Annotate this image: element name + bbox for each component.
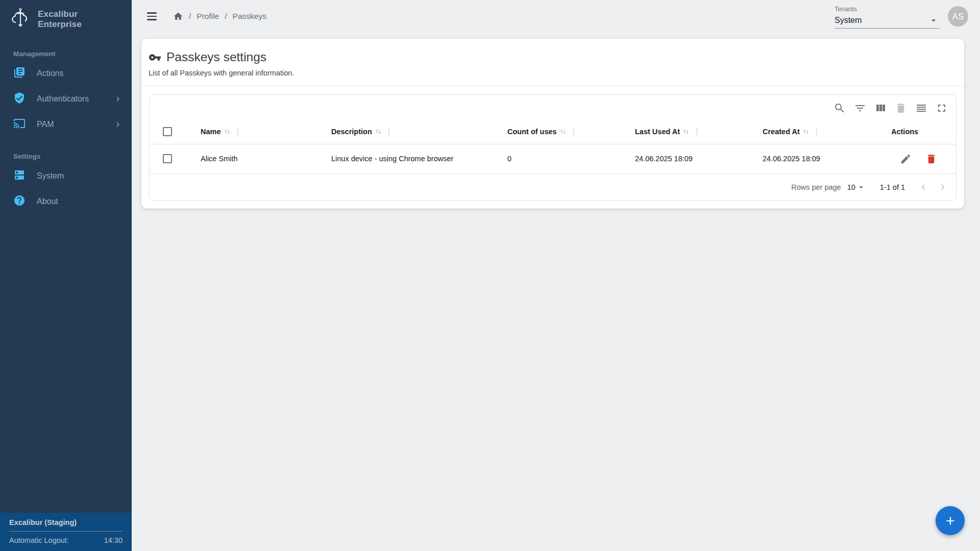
prev-page-button[interactable] [917,181,929,193]
chevron-right-icon [113,94,122,104]
chevron-left-icon [918,182,929,193]
cell-count-of-uses: 0 [499,144,627,173]
sidebar-item-authenticators[interactable]: Authenticators [0,86,132,112]
library-books-icon [13,66,26,81]
help-icon [13,194,26,209]
select-all-checkbox[interactable] [163,127,172,136]
table-toolbar [150,95,956,119]
columns-icon [874,102,887,114]
chevron-right-icon [937,182,948,193]
dropdown-arrow-icon [856,183,866,192]
page-subtitle: List of all Passkeys with general inform… [149,69,956,77]
passkeys-table: Name Description [150,119,956,174]
trash-icon [895,102,907,114]
sidebar-item-label: Actions [37,69,63,78]
column-header-last-used-at[interactable]: Last Used At [627,119,754,144]
card-divider [141,86,964,86]
row-checkbox[interactable] [163,154,172,163]
dropdown-arrow-icon [928,15,939,26]
search-icon [834,102,846,114]
topbar: / Profile / Passkeys Tenants System AS [132,0,980,33]
breadcrumb-separator: / [189,12,191,21]
edit-icon [900,153,912,165]
table-container: Name Description [149,94,957,201]
nav-section-settings: Settings [0,137,132,163]
fullscreen-icon [936,102,948,114]
cast-icon [13,117,26,132]
chevron-right-icon [113,120,122,129]
table-row: Alice Smith Linux device - using Chrome … [150,144,956,173]
app-logo: Excalibur Enterprise [0,0,132,37]
density-button[interactable] [915,102,927,114]
home-icon[interactable] [173,11,183,21]
trash-icon [925,153,937,165]
passkeys-card: Passkeys settings List of all Passkeys w… [141,39,964,209]
sort-icon[interactable] [374,127,383,136]
table-header-row: Name Description [150,119,956,144]
column-header-description[interactable]: Description [323,119,499,144]
column-header-name[interactable]: Name [192,119,323,144]
search-button[interactable] [834,102,846,114]
plus-icon [944,514,957,528]
menu-toggle-button[interactable] [147,10,159,22]
sidebar: Excalibur Enterprise Management Actions … [0,0,132,551]
column-menu-icon[interactable] [569,127,578,136]
sort-icon[interactable] [558,127,568,136]
environment-label: Excalibur (Staging) [9,518,122,532]
sidebar-item-label: Authenticators [37,94,89,104]
cell-description: Linux device - using Chrome browser [323,144,499,173]
sidebar-item-system[interactable]: System [0,163,132,189]
breadcrumb-separator: / [225,12,227,21]
filter-icon [854,102,866,114]
sidebar-item-actions[interactable]: Actions [0,61,132,86]
fullscreen-button[interactable] [936,102,948,114]
breadcrumb: / Profile / Passkeys [173,11,266,21]
sidebar-item-about[interactable]: About [0,189,132,214]
cloud-sword-icon [9,7,32,32]
edit-button[interactable] [899,153,912,165]
cell-last-used-at: 24.06.2025 18:09 [627,144,754,173]
page-title: Passkeys settings [166,50,266,64]
sidebar-item-label: PAM [37,120,54,129]
cell-name: Alice Smith [192,144,323,173]
card-header: Passkeys settings List of all Passkeys w… [141,39,964,86]
pagination-range: 1-1 of 1 [880,183,905,191]
sort-icon[interactable] [223,127,232,136]
tenants-label: Tenants [835,6,940,13]
sidebar-item-label: System [37,171,64,181]
sort-icon[interactable] [681,127,691,136]
column-menu-icon[interactable] [812,127,821,136]
rows-per-page-label: Rows per page [791,183,841,191]
rows-per-page-select[interactable]: 10 [847,183,866,192]
avatar[interactable]: AS [948,6,968,27]
delete-selected-button[interactable] [895,102,907,114]
next-page-button[interactable] [937,181,949,193]
cell-created-at: 24.06.2025 18:09 [754,144,882,173]
breadcrumb-item-profile[interactable]: Profile [197,12,219,21]
filter-button[interactable] [854,102,866,114]
nav-section-management: Management [0,37,132,61]
key-icon [149,51,161,64]
table-pagination: Rows per page 10 1-1 of 1 [150,174,956,201]
density-icon [915,102,927,114]
column-menu-icon[interactable] [233,127,242,136]
columns-button[interactable] [874,102,887,114]
sort-icon[interactable] [801,127,811,136]
tenants-select[interactable]: Tenants System [835,5,940,29]
delete-row-button[interactable] [925,153,937,165]
sidebar-item-label: About [37,197,58,206]
column-header-count-of-uses[interactable]: Count of uses [499,119,627,144]
dns-icon [13,169,26,183]
column-menu-icon[interactable] [692,127,701,136]
shield-check-icon [13,92,26,106]
tenants-value: System [835,16,862,25]
column-header-created-at[interactable]: Created At [754,119,882,144]
column-menu-icon[interactable] [384,127,394,136]
sidebar-footer: Excalibur (Staging) Automatic Logout: 14… [0,513,132,551]
sidebar-item-pam[interactable]: PAM [0,112,132,137]
auto-logout-label: Automatic Logout: [9,536,69,544]
add-passkey-button[interactable] [936,506,965,535]
breadcrumb-item-passkeys[interactable]: Passkeys [233,12,266,21]
column-header-actions: Actions [882,119,956,144]
main-content: / Profile / Passkeys Tenants System AS [132,0,980,551]
